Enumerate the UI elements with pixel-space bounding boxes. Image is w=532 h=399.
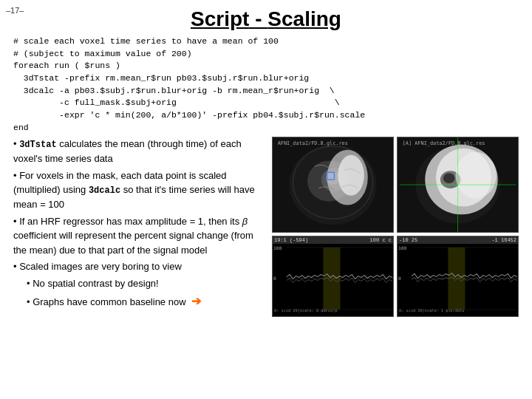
code-line-3: foreach run ( $runs ) [13, 61, 120, 70]
code-line-2: # (subject to maximum value of 200) [13, 49, 192, 58]
svg-text:0: 0 [398, 276, 401, 282]
code-line-8: end [13, 123, 29, 132]
bullet-1-code: 3dTstat [19, 140, 56, 150]
code-line-6: -c full_mask.$subj+orig \ [13, 98, 340, 107]
graph-right-header: -10 25 -1 16452 [398, 236, 518, 244]
bullet-2-code: 3dcalc [89, 185, 120, 196]
slide-title: Script - Scaling [13, 7, 519, 31]
bullet-6: • Graphs have common baseline now ➔ [27, 293, 265, 310]
svg-text:0: scid  20|scale: 1 pin/datu: 0: scid 20|scale: 1 pin/datu [399, 309, 464, 314]
code-line-7: -expr 'c * min(200, a/b*100)' -prefix pb… [13, 110, 365, 120]
graph-left-content: 100 0 0 [273, 244, 393, 313]
title-scaling: Scaling [267, 7, 341, 30]
brain-image-left: AFNI_data2/FD.8.glc.res [272, 137, 394, 233]
title-dash: - [249, 7, 267, 30]
graph-right: -10 25 -1 16452 100 0 [397, 236, 519, 317]
bullets-section: • 3dTstat calculates the mean (through t… [13, 137, 265, 317]
svg-point-7 [338, 155, 364, 196]
bullet-2: • For voxels in the mask, each data poin… [13, 168, 265, 212]
svg-text:AFNI_data2/FD.8.glc.res: AFNI_data2/FD.8.glc.res [278, 140, 348, 146]
svg-text:0: scid  20|scale: 8 datus/p: 0: scid 20|scale: 8 datus/p [274, 309, 337, 314]
code-block: # scale each voxel time series to have a… [13, 35, 519, 134]
graph-left: 19:1 (-594) 100 c c 100 0 [272, 236, 394, 317]
graph-left-scale: 100 c c [370, 237, 392, 243]
svg-text:100: 100 [273, 245, 282, 250]
content-area: • 3dTstat calculates the mean (through t… [13, 137, 519, 317]
code-line-4: 3dTstat -prefix rm.mean_r$run pb03.$subj… [13, 73, 309, 83]
graph-right-coords: -10 25 [399, 237, 417, 243]
graph-right-content: 100 0 0: scid 20|scal [398, 244, 518, 313]
graph-area: 19:1 (-594) 100 c c 100 0 [272, 236, 519, 317]
svg-text:0: 0 [273, 276, 276, 282]
svg-point-15 [443, 174, 455, 184]
bullet-4: • Scaled images are very boring to view [13, 259, 265, 274]
graph-left-coords: 19:1 (-594) [274, 237, 308, 243]
svg-point-16 [456, 152, 497, 199]
svg-rect-34 [448, 248, 465, 310]
slide: –17– Script - Scaling # scale each voxel… [0, 0, 532, 399]
slide-number: –17– [6, 6, 24, 15]
brain-images: AFNI_data2/FD.8.glc.res [272, 137, 519, 233]
graph-left-header: 19:1 (-594) 100 c c [273, 236, 393, 244]
svg-text:100: 100 [398, 245, 407, 250]
title-script: Script [191, 7, 249, 30]
bullet-3: • If an HRF regressor has max amplitude … [13, 214, 265, 258]
graph-right-scale: -1 16452 [491, 237, 516, 243]
images-area: AFNI_data2/FD.8.glc.res [272, 137, 519, 317]
code-line-5: 3dcalc -a pb03.$subj.r$run.blur+orig -b … [13, 86, 335, 95]
bullet-5: • No spatial contrast by design! [27, 276, 265, 291]
arrow-icon: ➔ [191, 293, 201, 310]
bullet-1: • 3dTstat calculates the mean (through t… [13, 137, 265, 166]
code-line-1: # scale each voxel time series to have a… [13, 36, 279, 46]
svg-text:[A] AFNI_data2/FD.8.glc.res: [A] AFNI_data2/FD.8.glc.res [403, 140, 485, 146]
brain-image-right: [A] AFNI_data2/FD.8.glc.res [397, 137, 519, 233]
